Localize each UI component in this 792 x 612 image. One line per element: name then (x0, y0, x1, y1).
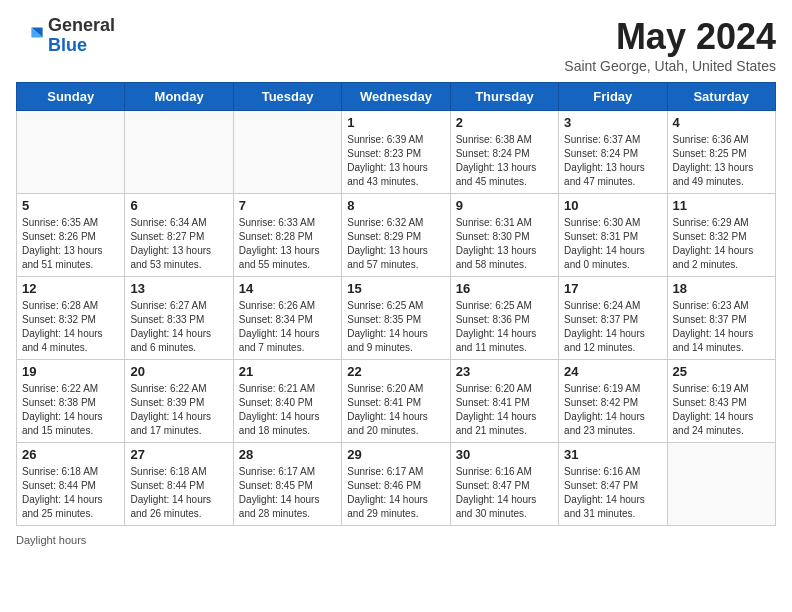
day-info: Sunrise: 6:30 AM Sunset: 8:31 PM Dayligh… (564, 216, 661, 272)
day-number: 28 (239, 447, 336, 462)
calendar-body: 1Sunrise: 6:39 AM Sunset: 8:23 PM Daylig… (17, 111, 776, 526)
day-number: 12 (22, 281, 119, 296)
day-info: Sunrise: 6:38 AM Sunset: 8:24 PM Dayligh… (456, 133, 553, 189)
day-info: Sunrise: 6:16 AM Sunset: 8:47 PM Dayligh… (564, 465, 661, 521)
calendar-day-cell: 18Sunrise: 6:23 AM Sunset: 8:37 PM Dayli… (667, 277, 775, 360)
calendar-day-cell: 25Sunrise: 6:19 AM Sunset: 8:43 PM Dayli… (667, 360, 775, 443)
day-number: 29 (347, 447, 444, 462)
calendar-day-cell: 19Sunrise: 6:22 AM Sunset: 8:38 PM Dayli… (17, 360, 125, 443)
calendar-day-cell: 21Sunrise: 6:21 AM Sunset: 8:40 PM Dayli… (233, 360, 341, 443)
day-of-week-header: Saturday (667, 83, 775, 111)
day-info: Sunrise: 6:37 AM Sunset: 8:24 PM Dayligh… (564, 133, 661, 189)
calendar-day-cell: 27Sunrise: 6:18 AM Sunset: 8:44 PM Dayli… (125, 443, 233, 526)
day-number: 6 (130, 198, 227, 213)
day-number: 19 (22, 364, 119, 379)
calendar-week-row: 12Sunrise: 6:28 AM Sunset: 8:32 PM Dayli… (17, 277, 776, 360)
day-number: 1 (347, 115, 444, 130)
day-number: 31 (564, 447, 661, 462)
calendar-header: SundayMondayTuesdayWednesdayThursdayFrid… (17, 83, 776, 111)
day-info: Sunrise: 6:18 AM Sunset: 8:44 PM Dayligh… (130, 465, 227, 521)
calendar-day-cell: 4Sunrise: 6:36 AM Sunset: 8:25 PM Daylig… (667, 111, 775, 194)
calendar-day-cell (233, 111, 341, 194)
day-number: 9 (456, 198, 553, 213)
day-info: Sunrise: 6:29 AM Sunset: 8:32 PM Dayligh… (673, 216, 770, 272)
day-number: 5 (22, 198, 119, 213)
day-number: 7 (239, 198, 336, 213)
day-number: 22 (347, 364, 444, 379)
daylight-label: Daylight hours (16, 534, 86, 546)
logo: General Blue (16, 16, 115, 56)
logo-icon (16, 22, 44, 50)
day-number: 20 (130, 364, 227, 379)
calendar-day-cell: 6Sunrise: 6:34 AM Sunset: 8:27 PM Daylig… (125, 194, 233, 277)
day-info: Sunrise: 6:22 AM Sunset: 8:39 PM Dayligh… (130, 382, 227, 438)
calendar-day-cell: 23Sunrise: 6:20 AM Sunset: 8:41 PM Dayli… (450, 360, 558, 443)
month-title: May 2024 (564, 16, 776, 58)
day-number: 30 (456, 447, 553, 462)
day-of-week-header: Thursday (450, 83, 558, 111)
day-number: 16 (456, 281, 553, 296)
calendar-week-row: 5Sunrise: 6:35 AM Sunset: 8:26 PM Daylig… (17, 194, 776, 277)
day-info: Sunrise: 6:26 AM Sunset: 8:34 PM Dayligh… (239, 299, 336, 355)
day-number: 18 (673, 281, 770, 296)
calendar-day-cell: 24Sunrise: 6:19 AM Sunset: 8:42 PM Dayli… (559, 360, 667, 443)
location: Saint George, Utah, United States (564, 58, 776, 74)
calendar-week-row: 1Sunrise: 6:39 AM Sunset: 8:23 PM Daylig… (17, 111, 776, 194)
logo-text: General Blue (48, 16, 115, 56)
day-info: Sunrise: 6:17 AM Sunset: 8:46 PM Dayligh… (347, 465, 444, 521)
day-number: 23 (456, 364, 553, 379)
calendar-day-cell: 9Sunrise: 6:31 AM Sunset: 8:30 PM Daylig… (450, 194, 558, 277)
calendar-day-cell: 20Sunrise: 6:22 AM Sunset: 8:39 PM Dayli… (125, 360, 233, 443)
day-of-week-header: Sunday (17, 83, 125, 111)
day-number: 21 (239, 364, 336, 379)
day-info: Sunrise: 6:33 AM Sunset: 8:28 PM Dayligh… (239, 216, 336, 272)
calendar-day-cell: 28Sunrise: 6:17 AM Sunset: 8:45 PM Dayli… (233, 443, 341, 526)
day-number: 14 (239, 281, 336, 296)
calendar-day-cell: 26Sunrise: 6:18 AM Sunset: 8:44 PM Dayli… (17, 443, 125, 526)
day-info: Sunrise: 6:25 AM Sunset: 8:36 PM Dayligh… (456, 299, 553, 355)
day-info: Sunrise: 6:31 AM Sunset: 8:30 PM Dayligh… (456, 216, 553, 272)
day-info: Sunrise: 6:25 AM Sunset: 8:35 PM Dayligh… (347, 299, 444, 355)
day-number: 24 (564, 364, 661, 379)
calendar-day-cell: 16Sunrise: 6:25 AM Sunset: 8:36 PM Dayli… (450, 277, 558, 360)
calendar-week-row: 26Sunrise: 6:18 AM Sunset: 8:44 PM Dayli… (17, 443, 776, 526)
day-info: Sunrise: 6:23 AM Sunset: 8:37 PM Dayligh… (673, 299, 770, 355)
calendar-day-cell: 1Sunrise: 6:39 AM Sunset: 8:23 PM Daylig… (342, 111, 450, 194)
calendar-week-row: 19Sunrise: 6:22 AM Sunset: 8:38 PM Dayli… (17, 360, 776, 443)
day-info: Sunrise: 6:27 AM Sunset: 8:33 PM Dayligh… (130, 299, 227, 355)
calendar-day-cell: 7Sunrise: 6:33 AM Sunset: 8:28 PM Daylig… (233, 194, 341, 277)
day-number: 2 (456, 115, 553, 130)
day-info: Sunrise: 6:18 AM Sunset: 8:44 PM Dayligh… (22, 465, 119, 521)
calendar-day-cell (125, 111, 233, 194)
day-of-week-header: Friday (559, 83, 667, 111)
logo-blue: Blue (48, 35, 87, 55)
calendar-day-cell: 11Sunrise: 6:29 AM Sunset: 8:32 PM Dayli… (667, 194, 775, 277)
calendar-day-cell: 13Sunrise: 6:27 AM Sunset: 8:33 PM Dayli… (125, 277, 233, 360)
day-info: Sunrise: 6:39 AM Sunset: 8:23 PM Dayligh… (347, 133, 444, 189)
day-of-week-header: Tuesday (233, 83, 341, 111)
day-info: Sunrise: 6:20 AM Sunset: 8:41 PM Dayligh… (347, 382, 444, 438)
day-info: Sunrise: 6:34 AM Sunset: 8:27 PM Dayligh… (130, 216, 227, 272)
title-block: May 2024 Saint George, Utah, United Stat… (564, 16, 776, 74)
day-number: 15 (347, 281, 444, 296)
day-number: 13 (130, 281, 227, 296)
day-number: 25 (673, 364, 770, 379)
day-info: Sunrise: 6:36 AM Sunset: 8:25 PM Dayligh… (673, 133, 770, 189)
calendar-day-cell (17, 111, 125, 194)
logo-general: General (48, 15, 115, 35)
day-info: Sunrise: 6:20 AM Sunset: 8:41 PM Dayligh… (456, 382, 553, 438)
day-info: Sunrise: 6:17 AM Sunset: 8:45 PM Dayligh… (239, 465, 336, 521)
day-number: 26 (22, 447, 119, 462)
calendar-day-cell: 12Sunrise: 6:28 AM Sunset: 8:32 PM Dayli… (17, 277, 125, 360)
day-info: Sunrise: 6:16 AM Sunset: 8:47 PM Dayligh… (456, 465, 553, 521)
day-info: Sunrise: 6:35 AM Sunset: 8:26 PM Dayligh… (22, 216, 119, 272)
calendar-day-cell: 30Sunrise: 6:16 AM Sunset: 8:47 PM Dayli… (450, 443, 558, 526)
day-number: 27 (130, 447, 227, 462)
day-of-week-header: Monday (125, 83, 233, 111)
day-number: 3 (564, 115, 661, 130)
calendar-day-cell: 31Sunrise: 6:16 AM Sunset: 8:47 PM Dayli… (559, 443, 667, 526)
day-number: 4 (673, 115, 770, 130)
day-number: 17 (564, 281, 661, 296)
day-info: Sunrise: 6:24 AM Sunset: 8:37 PM Dayligh… (564, 299, 661, 355)
days-of-week-row: SundayMondayTuesdayWednesdayThursdayFrid… (17, 83, 776, 111)
